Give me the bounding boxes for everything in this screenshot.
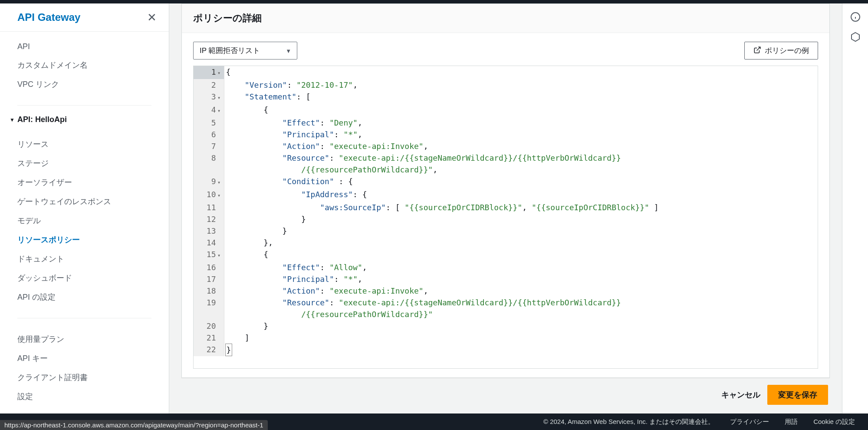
sidebar-item[interactable]: API の設定 bbox=[0, 288, 169, 307]
line-number: 18 bbox=[194, 285, 224, 297]
panel-header: ポリシーの詳細 bbox=[182, 4, 829, 33]
cancel-button[interactable]: キャンセル bbox=[721, 390, 760, 400]
api-heading-label: API: HelloApi bbox=[17, 115, 67, 124]
line-number: 13 bbox=[194, 225, 224, 237]
sidebar-item[interactable]: クライアント証明書 bbox=[0, 368, 169, 387]
line-number: 17 bbox=[194, 273, 224, 285]
code-line[interactable]: "Resource": "execute-api:/{{stageNameOrW… bbox=[224, 297, 818, 308]
sidebar-item[interactable]: モデル bbox=[0, 211, 169, 230]
sidebar-item[interactable]: VPC リンク bbox=[0, 75, 169, 94]
line-number: 3▾ bbox=[194, 91, 224, 104]
code-line[interactable]: }, bbox=[224, 237, 818, 248]
panel-controls: IP 範囲拒否リスト ▼ ポリシーの例 bbox=[182, 33, 829, 66]
policy-example-button[interactable]: ポリシーの例 bbox=[744, 42, 818, 60]
top-strip bbox=[0, 0, 868, 3]
sidebar-item[interactable]: ドキュメント bbox=[0, 249, 169, 268]
code-line[interactable]: "Statement": [ bbox=[224, 91, 818, 104]
code-line[interactable]: } bbox=[224, 225, 818, 237]
svg-line-0 bbox=[757, 47, 760, 50]
nav-top: APIカスタムドメイン名VPC リンク bbox=[0, 32, 169, 100]
code-line[interactable]: } bbox=[224, 344, 818, 356]
privacy-link[interactable]: プライバシー bbox=[730, 418, 769, 426]
line-number: 5 bbox=[194, 117, 224, 129]
status-bar-url: https://ap-northeast-1.console.aws.amazo… bbox=[0, 420, 268, 430]
sidebar-item[interactable]: ステージ bbox=[0, 154, 169, 173]
line-number: 2 bbox=[194, 79, 224, 91]
sidebar-item[interactable]: API bbox=[0, 38, 169, 56]
code-line[interactable]: "Condition" : { bbox=[224, 175, 818, 189]
info-icon[interactable] bbox=[850, 11, 861, 23]
code-line[interactable]: { bbox=[224, 66, 818, 79]
code-line[interactable]: } bbox=[224, 320, 818, 332]
code-line[interactable]: /{{resourcePathOrWildcard}}" bbox=[224, 308, 818, 320]
service-title[interactable]: API Gateway bbox=[17, 11, 80, 23]
code-line[interactable]: "Principal": "*", bbox=[224, 273, 818, 285]
line-number: 21 bbox=[194, 332, 224, 344]
sidebar-item[interactable]: ゲートウェイのレスポンス bbox=[0, 192, 169, 211]
code-line[interactable]: } bbox=[224, 213, 818, 225]
line-number: 12 bbox=[194, 213, 224, 225]
sidebar-item[interactable]: 使用量プラン bbox=[0, 330, 169, 349]
template-select[interactable]: IP 範囲拒否リスト bbox=[193, 42, 297, 60]
template-select-label: IP 範囲拒否リスト bbox=[200, 46, 260, 55]
line-number: 15▾ bbox=[194, 248, 224, 261]
code-line[interactable]: "Action": "execute-api:Invoke", bbox=[224, 285, 818, 297]
panel-title: ポリシーの詳細 bbox=[193, 12, 818, 25]
line-number: 14 bbox=[194, 237, 224, 248]
line-number: 20 bbox=[194, 320, 224, 332]
code-line[interactable]: "Resource": "execute-api:/{{stageNameOrW… bbox=[224, 152, 818, 164]
divider bbox=[17, 105, 151, 106]
line-number: 4▾ bbox=[194, 104, 224, 117]
sidebar-item[interactable]: 設定 bbox=[0, 387, 169, 406]
code-line[interactable]: "aws:SourceIp": [ "{{sourceIpOrCIDRBlock… bbox=[224, 202, 818, 213]
code-line[interactable]: /{{resourcePathOrWildcard}}", bbox=[224, 164, 818, 175]
code-line[interactable]: "Principal": "*", bbox=[224, 129, 818, 140]
policy-panel: ポリシーの詳細 IP 範囲拒否リスト ▼ ポリシーの例 1▾{2 "Ve bbox=[181, 3, 830, 378]
line-number: 10▾ bbox=[194, 189, 224, 202]
cookies-link[interactable]: Cookie の設定 bbox=[813, 418, 855, 426]
divider bbox=[17, 318, 151, 318]
line-number: 1▾ bbox=[194, 66, 224, 79]
line-number bbox=[194, 308, 224, 320]
right-rail bbox=[842, 3, 868, 413]
line-number: 7 bbox=[194, 140, 224, 152]
code-line[interactable]: "Version": "2012-10-17", bbox=[224, 79, 818, 91]
template-select-wrap: IP 範囲拒否リスト ▼ bbox=[193, 42, 297, 60]
code-line[interactable]: "Effect": "Deny", bbox=[224, 117, 818, 129]
close-icon[interactable]: ✕ bbox=[147, 12, 157, 23]
policy-example-label: ポリシーの例 bbox=[765, 46, 809, 56]
code-line[interactable]: ] bbox=[224, 332, 818, 344]
sidebar-item[interactable]: API キー bbox=[0, 349, 169, 368]
code-line[interactable]: { bbox=[224, 248, 818, 261]
line-number bbox=[194, 164, 224, 175]
terms-link[interactable]: 用語 bbox=[785, 418, 798, 426]
svg-marker-4 bbox=[852, 33, 859, 41]
code-line[interactable]: { bbox=[224, 104, 818, 117]
sidebar-item[interactable]: カスタムドメイン名 bbox=[0, 56, 169, 75]
action-bar: キャンセル 変更を保存 bbox=[181, 378, 830, 413]
line-number: 19 bbox=[194, 297, 224, 308]
line-number: 22 bbox=[194, 344, 224, 356]
sidebar-header: API Gateway ✕ bbox=[0, 3, 169, 32]
code-line[interactable]: "Action": "execute-api:Invoke", bbox=[224, 140, 818, 152]
sidebar-item[interactable]: オーソライザー bbox=[0, 173, 169, 192]
code-editor[interactable]: 1▾{2 "Version": "2012-10-17",3▾ "Stateme… bbox=[193, 66, 818, 369]
main: ポリシーの詳細 IP 範囲拒否リスト ▼ ポリシーの例 1▾{2 "Ve bbox=[169, 3, 842, 413]
api-heading[interactable]: ▼ API: HelloApi bbox=[0, 111, 169, 129]
line-number: 6 bbox=[194, 129, 224, 140]
caret-down-icon: ▼ bbox=[10, 117, 15, 123]
line-number: 8 bbox=[194, 152, 224, 164]
nav-bottom: 使用量プランAPI キークライアント証明書設定 bbox=[0, 324, 169, 412]
footer: https://ap-northeast-1.console.aws.amazo… bbox=[0, 413, 868, 430]
save-button[interactable]: 変更を保存 bbox=[767, 385, 828, 405]
code-line[interactable]: "IpAddress": { bbox=[224, 189, 818, 202]
external-link-icon bbox=[753, 46, 761, 56]
line-number: 11 bbox=[194, 202, 224, 213]
sidebar-item[interactable]: リソースポリシー bbox=[0, 230, 169, 249]
sidebar-item[interactable]: リソース bbox=[0, 135, 169, 154]
sidebar-item[interactable]: ダッシュボード bbox=[0, 268, 169, 288]
hexagon-icon[interactable] bbox=[850, 31, 861, 43]
line-number: 9▾ bbox=[194, 175, 224, 189]
copyright: © 2024, Amazon Web Services, Inc. またはその関… bbox=[543, 418, 714, 426]
code-line[interactable]: "Effect": "Allow", bbox=[224, 261, 818, 273]
